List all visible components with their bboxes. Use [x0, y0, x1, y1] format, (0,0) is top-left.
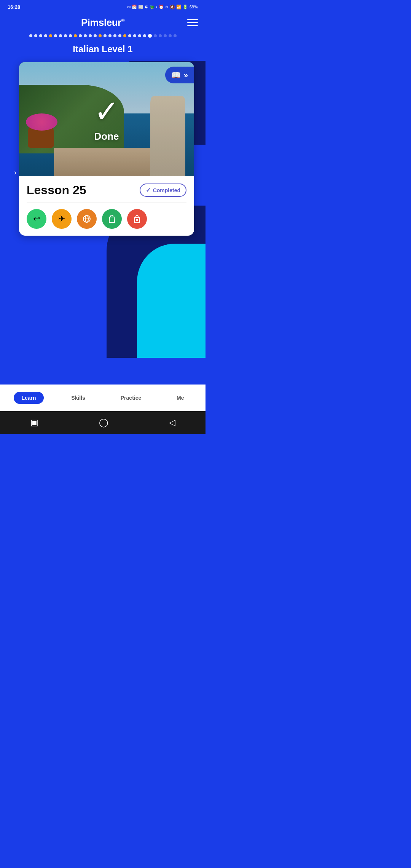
home-button[interactable]: ◯: [99, 418, 108, 428]
page-title: Italian Level 1: [0, 40, 206, 62]
dot-9: [69, 34, 72, 37]
dot-17: [108, 34, 112, 37]
card-body: Lesson 25 ✓ Completed ↩ ✈: [19, 176, 194, 236]
nav-practice-label: Practice: [121, 395, 141, 401]
status-icons: ✉ 📅 📰 ☯ 🐲 • ⏰ ❄ 🔇 📶 🔋 69%: [127, 5, 198, 10]
menu-line-3: [187, 25, 198, 26]
completed-badge: ✓ Completed: [140, 183, 186, 197]
book-icon: 📖: [171, 70, 181, 80]
nav-me-label: Me: [177, 395, 184, 401]
status-time: 16:28: [8, 4, 20, 10]
dot-6: [54, 34, 57, 37]
dot-15: [99, 34, 102, 37]
globe-icon: [82, 214, 91, 223]
status-bar: 16:28 ✉ 📅 📰 ☯ 🐲 • ⏰ ❄ 🔇 📶 🔋 69%: [0, 0, 206, 14]
menu-line-2: [187, 22, 198, 23]
travel-button[interactable]: ✈: [52, 209, 72, 229]
dot-19: [118, 34, 121, 37]
dot-22: [133, 34, 136, 37]
dot-28: [164, 34, 167, 37]
dot-8: [64, 34, 67, 37]
system-nav-bar: ▣ ◯ ◁: [0, 411, 206, 434]
completed-label: Completed: [153, 187, 180, 193]
bg-decoration-3: [137, 244, 206, 358]
svg-point-4: [136, 219, 138, 221]
dot-18: [113, 34, 116, 37]
svg-rect-3: [134, 217, 140, 223]
progress-dots: [0, 32, 206, 40]
battery-percent: 69%: [190, 5, 198, 9]
nav-me[interactable]: Me: [169, 392, 191, 404]
lesson-card: ✓ Done 📖 » Lesson 25 ✓ Completed ↩ ✈: [19, 62, 194, 236]
nav-learn-label: Learn: [21, 395, 36, 401]
dot-16: [104, 34, 107, 37]
dot-21: [128, 34, 131, 37]
dot-25-current: [148, 34, 152, 38]
dot-13: [89, 34, 92, 37]
bottom-navigation: Learn Skills Practice Me: [0, 385, 206, 411]
activity-icons: ↩ ✈: [27, 209, 186, 229]
dot-3: [39, 34, 42, 37]
dot-1: [29, 34, 32, 37]
dot-2: [34, 34, 37, 37]
dot-5: [49, 34, 52, 37]
dot-29: [169, 34, 172, 37]
nav-learn[interactable]: Learn: [14, 392, 43, 404]
lesson-card-image: ✓ Done 📖 »: [19, 62, 194, 176]
dot-14: [94, 34, 97, 37]
dot-30: [174, 34, 177, 37]
nav-skills-label: Skills: [71, 395, 85, 401]
dot-12: [84, 34, 87, 37]
dot-4: [44, 34, 47, 37]
reading-button[interactable]: [77, 209, 97, 229]
back-button[interactable]: ◁: [169, 418, 175, 428]
done-label: Done: [94, 131, 119, 142]
prev-arrow[interactable]: ›: [11, 169, 19, 177]
bag-icon: [107, 214, 116, 223]
dot-24: [143, 34, 146, 37]
lesson-card-container: › ✓ Done 📖 » Lesson 25: [0, 62, 206, 236]
dot-23: [138, 34, 141, 37]
nav-skills[interactable]: Skills: [64, 392, 93, 404]
dot-10: [74, 34, 77, 37]
dot-26: [154, 34, 157, 37]
menu-line-1: [187, 19, 198, 20]
app-logo: Pimsleur®: [81, 17, 124, 29]
dot-27: [159, 34, 162, 37]
skip-button[interactable]: 📖 »: [165, 67, 194, 83]
backpack-icon: [132, 214, 142, 223]
nav-practice[interactable]: Practice: [113, 392, 149, 404]
skip-arrows: »: [184, 71, 188, 80]
dot-11: [79, 34, 82, 37]
menu-button[interactable]: [187, 19, 198, 26]
dot-7: [59, 34, 62, 37]
app-header: Pimsleur®: [0, 14, 206, 32]
vocab-button[interactable]: [102, 209, 122, 229]
card-divider: [27, 203, 186, 203]
lesson-row: Lesson 25 ✓ Completed: [27, 183, 186, 197]
lesson-title: Lesson 25: [27, 183, 86, 197]
battery-icon: ✉ 📅 📰 ☯ 🐲 • ⏰ ❄ 🔇 📶 🔋: [127, 5, 188, 10]
quiz-button[interactable]: [127, 209, 147, 229]
completed-check: ✓: [146, 187, 151, 194]
replay-button[interactable]: ↩: [27, 209, 46, 229]
recent-apps-button[interactable]: ▣: [30, 418, 38, 428]
checkmark-large: ✓: [94, 96, 119, 127]
dot-20: [123, 34, 126, 37]
